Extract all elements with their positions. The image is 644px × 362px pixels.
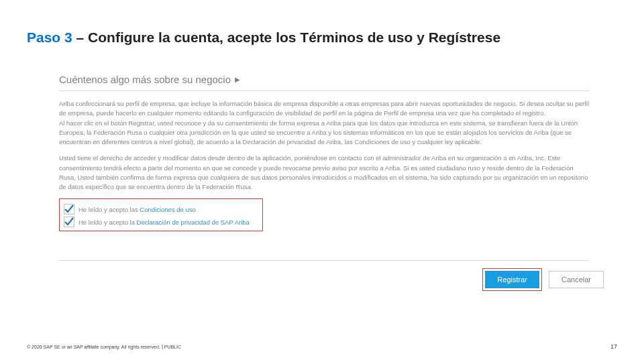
- divider-bottom: [59, 260, 589, 261]
- privacy-label: He leído y acepto la Declaración de priv…: [78, 219, 250, 226]
- footer-text: © 2020 SAP SE or an SAP affiliate compan…: [27, 345, 181, 350]
- cancel-button[interactable]: Cancelar: [549, 271, 604, 288]
- title-rest: – Configure la cuenta, acepte los Términ…: [72, 29, 500, 45]
- divider: [59, 90, 589, 91]
- section-header[interactable]: Cuéntenos algo más sobre su negocio ▶: [59, 74, 589, 85]
- slide-title: Paso 3 – Configure la cuenta, acepte los…: [27, 29, 500, 46]
- expand-icon: ▶: [235, 76, 240, 83]
- button-row: Registrar Cancelar: [482, 268, 604, 291]
- terms-link[interactable]: Condiciones de uso: [140, 206, 195, 213]
- legal-paragraph-1: Ariba confeccionará su perfil de empresa…: [59, 99, 589, 147]
- terms-of-use-row: He leído y acepto las Condiciones de uso: [64, 204, 258, 215]
- checkmark-icon: [64, 217, 74, 227]
- privacy-link[interactable]: Declaración de privacidad de SAP Ariba: [137, 219, 250, 226]
- section-header-text: Cuéntenos algo más sobre su negocio: [59, 74, 231, 85]
- page-number: 17: [610, 343, 617, 350]
- slide: Paso 3 – Configure la cuenta, acepte los…: [0, 0, 644, 362]
- checkmark-icon: [64, 204, 74, 215]
- terms-label: He leído y acepto las Condiciones de uso: [78, 206, 196, 213]
- terms-prefix: He leído y acepto las: [78, 206, 140, 213]
- register-highlight: Registrar: [482, 268, 542, 291]
- terms-checkbox[interactable]: [64, 204, 74, 215]
- form-panel: Cuéntenos algo más sobre su negocio ▶ Ar…: [59, 74, 589, 231]
- legal-text-1b: Al hacer clic en el botón Registrar, ust…: [59, 119, 578, 146]
- legal-text-1a: Ariba confeccionará su perfil de empresa…: [59, 100, 589, 117]
- legal-paragraph-2: Usted tiene el derecho de acceder y modi…: [59, 154, 589, 192]
- privacy-checkbox[interactable]: [64, 217, 74, 227]
- title-step: Paso 3: [27, 29, 72, 45]
- privacy-prefix: He leído y acepto la: [78, 219, 137, 226]
- terms-checkbox-group: He leído y acepto las Condiciones de uso…: [59, 198, 263, 231]
- register-button[interactable]: Registrar: [485, 271, 539, 288]
- privacy-row: He leído y acepto la Declaración de priv…: [64, 217, 258, 227]
